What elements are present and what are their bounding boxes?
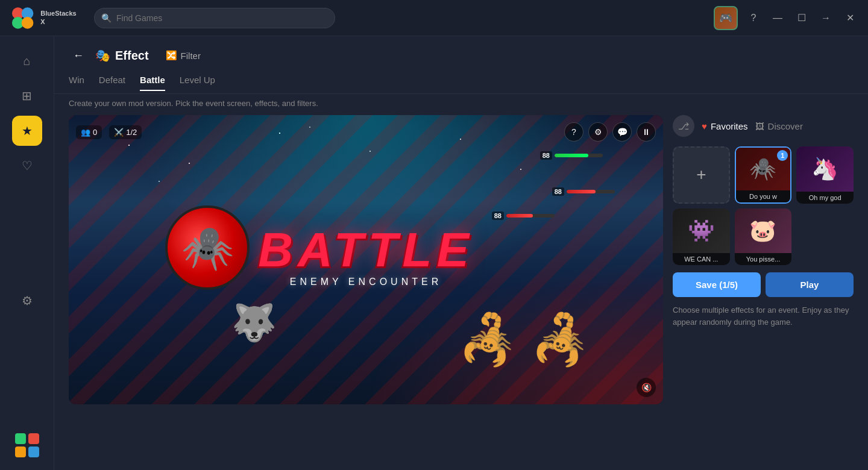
spider-character: 🕷️	[165, 205, 262, 314]
svg-rect-6	[15, 446, 26, 457]
enemy-1: 🦂	[458, 312, 518, 368]
tab-battle[interactable]: Battle	[140, 75, 165, 91]
main-layout: ⌂ ⊞ ★ ♡ ⚙ ← 🎭 Effect 🔀	[0, 36, 868, 470]
sidebar-item-apps[interactable]: ⊞	[12, 81, 42, 111]
svg-rect-5	[28, 433, 39, 444]
wolf-creature: 🐺	[231, 301, 277, 344]
save-button[interactable]: Save (1/5)	[673, 272, 761, 297]
game-scene: 👥 0 ⚔️ 1/2 ? ⚙ 💬 ⏸	[69, 115, 663, 404]
effect-icon: 🎭	[95, 48, 110, 63]
discover-button[interactable]: 🖼 Discover	[755, 121, 803, 131]
bluestacks-bottom-icon	[12, 430, 42, 460]
right-panel: ⎇ ♥ Favorites 🖼 Discover +	[673, 115, 854, 460]
tab-level-up[interactable]: Level Up	[180, 75, 215, 91]
thumbnail-you-pisse-label: You pisse...	[735, 253, 792, 265]
preview-container: 👥 0 ⚔️ 1/2 ? ⚙ 💬 ⏸	[54, 115, 868, 470]
battle-title: BATTLE	[258, 226, 474, 274]
users-icon: 👥	[81, 128, 90, 137]
battle-overlay: BATTLE ENEMY ENCOUNTER	[258, 226, 474, 287]
filter-icon: 🔀	[166, 50, 177, 61]
sidebar-item-home[interactable]: ⌂	[12, 46, 42, 76]
search-bar: 🔍	[94, 8, 335, 28]
thumbnail-you-pisse-img: 🐷	[735, 208, 792, 254]
back-button[interactable]: ←	[69, 46, 88, 65]
thumbnail-we-can-label: WE CAN ...	[673, 253, 730, 265]
thumbnail-do-you-w[interactable]: 🕷️ Do you w 1	[735, 146, 792, 204]
add-thumbnail-button[interactable]: +	[673, 146, 730, 204]
spider-circle: 🕷️	[165, 205, 250, 290]
help-button[interactable]: ?	[745, 10, 762, 27]
heart-icon: ♥	[702, 121, 707, 131]
filter-button[interactable]: 🔀 Filter	[166, 50, 201, 61]
health-bar-enemy: 88	[492, 212, 555, 220]
favorites-button[interactable]: ♥ Favorites	[702, 121, 748, 131]
panel-description: Choose multiple effects for an event. En…	[673, 304, 854, 328]
thumbnail-oh-my-god[interactable]: 🦄 Oh my god	[796, 146, 854, 204]
tab-win[interactable]: Win	[69, 75, 84, 91]
action-buttons: Save (1/5) Play	[673, 272, 854, 297]
hud-pause-btn[interactable]: ⏸	[637, 122, 656, 142]
title-bar-right: 🎮 ? — ☐ → ✕	[714, 6, 858, 30]
hud-chat-btn[interactable]: 💬	[612, 122, 632, 142]
hud-settings-btn[interactable]: ⚙	[588, 122, 608, 142]
health-bar-top: 88	[540, 151, 603, 160]
title-bar: BlueStacks X 🔍 🎮 ? — ☐ → ✕	[0, 0, 868, 36]
subtitle-text: Create your own mod version. Pick the ev…	[54, 94, 868, 115]
volume-button[interactable]: 🔇	[637, 378, 656, 397]
hud-users: 👥 0	[76, 125, 102, 139]
hud-help-btn[interactable]: ?	[564, 122, 583, 142]
minimize-button[interactable]: —	[769, 10, 786, 27]
play-button[interactable]: Play	[766, 272, 854, 297]
tab-defeat[interactable]: Defeat	[99, 75, 125, 91]
panel-top-row: ⎇ ♥ Favorites 🖼 Discover	[673, 115, 854, 137]
svg-rect-7	[28, 446, 39, 457]
hud-left: 👥 0 ⚔️ 1/2	[76, 125, 142, 139]
effect-title-text: Effect	[115, 49, 149, 63]
search-input[interactable]	[94, 8, 335, 28]
close-button[interactable]: ✕	[841, 10, 858, 27]
thumbnail-we-can[interactable]: 👾 WE CAN ...	[673, 208, 730, 266]
maximize-button[interactable]: ☐	[793, 10, 810, 27]
hud-right: ? ⚙ 💬 ⏸	[564, 122, 656, 142]
avatar-button[interactable]: 🎮	[714, 6, 738, 30]
sidebar-item-effects[interactable]: ★	[12, 116, 42, 146]
content-header: ← 🎭 Effect 🔀 Filter	[54, 36, 868, 70]
thumbnails-grid: + 🕷️ Do you w 1 🦄 Oh my god 👾	[673, 146, 854, 265]
thumbnail-we-can-img: 👾	[673, 208, 730, 254]
game-preview: 👥 0 ⚔️ 1/2 ? ⚙ 💬 ⏸	[69, 115, 663, 404]
bluestacks-logo	[10, 5, 36, 31]
swords-icon: ⚔️	[114, 128, 124, 137]
share-button[interactable]: ⎇	[673, 115, 694, 137]
app-name: BlueStacks X	[40, 10, 82, 25]
svg-rect-4	[15, 433, 26, 444]
game-hud: 👥 0 ⚔️ 1/2 ? ⚙ 💬 ⏸	[76, 122, 656, 142]
enemy-group: 🦂 🦂	[458, 312, 591, 368]
forward-button[interactable]: →	[817, 10, 834, 27]
hud-swords: ⚔️ 1/2	[109, 125, 142, 139]
thumbnail-oh-my-god-label: Oh my god	[796, 192, 854, 204]
logo-area: BlueStacks X	[10, 5, 82, 31]
thumbnail-you-pisse[interactable]: 🐷 You pisse...	[735, 208, 792, 266]
search-icon: 🔍	[101, 13, 112, 23]
content-area: ← 🎭 Effect 🔀 Filter Win Defeat Battle Le…	[54, 36, 868, 470]
health-bar-mid: 88	[552, 187, 615, 196]
enemy-encounter: ENEMY ENCOUNTER	[258, 277, 474, 287]
discover-icon: 🖼	[755, 121, 764, 131]
sidebar-item-favorites[interactable]: ♡	[12, 151, 42, 181]
svg-point-3	[22, 17, 34, 29]
sidebar-item-settings[interactable]: ⚙	[12, 286, 42, 316]
share-icon: ⎇	[678, 121, 689, 132]
thumbnail-oh-my-god-img: 🦄	[796, 146, 854, 192]
thumbnail-do-you-w-label: Do you w	[736, 190, 791, 202]
tabs-row: Win Defeat Battle Level Up	[54, 70, 868, 94]
sidebar: ⌂ ⊞ ★ ♡ ⚙	[0, 36, 54, 470]
enemy-2: 🦂	[530, 312, 591, 368]
effect-title: 🎭 Effect	[95, 48, 149, 63]
